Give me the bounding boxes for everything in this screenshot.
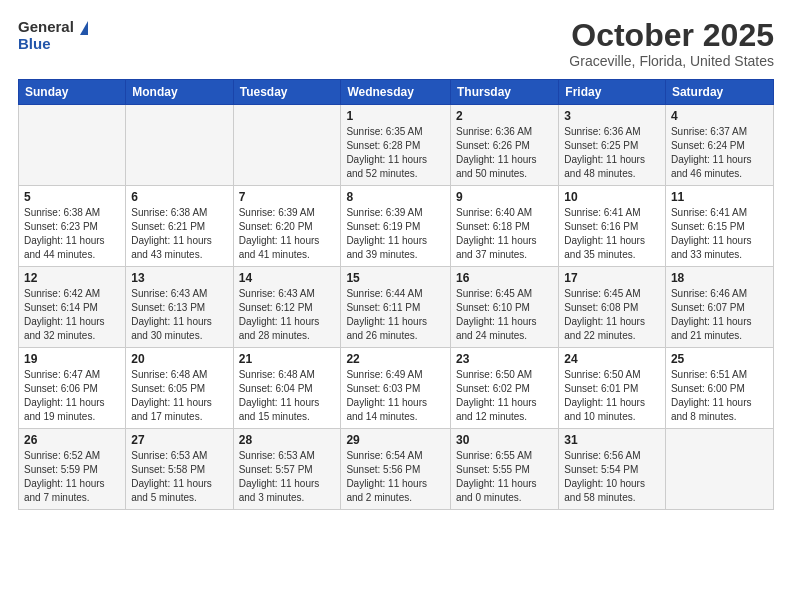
day-number: 24 <box>564 352 660 366</box>
day-info: Sunrise: 6:38 AM Sunset: 6:23 PM Dayligh… <box>24 206 120 262</box>
col-tuesday: Tuesday <box>233 80 341 105</box>
day-number: 9 <box>456 190 553 204</box>
calendar-cell: 26Sunrise: 6:52 AM Sunset: 5:59 PM Dayli… <box>19 429 126 510</box>
day-number: 23 <box>456 352 553 366</box>
calendar-cell: 16Sunrise: 6:45 AM Sunset: 6:10 PM Dayli… <box>450 267 558 348</box>
logo-blue-label: Blue <box>18 36 88 53</box>
calendar-cell: 12Sunrise: 6:42 AM Sunset: 6:14 PM Dayli… <box>19 267 126 348</box>
day-info: Sunrise: 6:49 AM Sunset: 6:03 PM Dayligh… <box>346 368 445 424</box>
col-saturday: Saturday <box>665 80 773 105</box>
day-info: Sunrise: 6:53 AM Sunset: 5:57 PM Dayligh… <box>239 449 336 505</box>
calendar-cell: 1Sunrise: 6:35 AM Sunset: 6:28 PM Daylig… <box>341 105 451 186</box>
calendar-cell: 8Sunrise: 6:39 AM Sunset: 6:19 PM Daylig… <box>341 186 451 267</box>
calendar-cell: 22Sunrise: 6:49 AM Sunset: 6:03 PM Dayli… <box>341 348 451 429</box>
header: General Blue October 2025 Graceville, Fl… <box>18 18 774 69</box>
day-number: 29 <box>346 433 445 447</box>
day-number: 30 <box>456 433 553 447</box>
day-number: 4 <box>671 109 768 123</box>
day-info: Sunrise: 6:39 AM Sunset: 6:19 PM Dayligh… <box>346 206 445 262</box>
calendar-cell: 23Sunrise: 6:50 AM Sunset: 6:02 PM Dayli… <box>450 348 558 429</box>
calendar-cell: 5Sunrise: 6:38 AM Sunset: 6:23 PM Daylig… <box>19 186 126 267</box>
day-number: 20 <box>131 352 227 366</box>
page: General Blue October 2025 Graceville, Fl… <box>0 0 792 612</box>
location-title: Graceville, Florida, United States <box>569 53 774 69</box>
day-info: Sunrise: 6:43 AM Sunset: 6:13 PM Dayligh… <box>131 287 227 343</box>
day-info: Sunrise: 6:41 AM Sunset: 6:15 PM Dayligh… <box>671 206 768 262</box>
calendar-cell: 6Sunrise: 6:38 AM Sunset: 6:21 PM Daylig… <box>126 186 233 267</box>
logo-general: General <box>18 18 88 36</box>
day-number: 25 <box>671 352 768 366</box>
calendar-cell: 4Sunrise: 6:37 AM Sunset: 6:24 PM Daylig… <box>665 105 773 186</box>
day-number: 27 <box>131 433 227 447</box>
calendar-week-row: 26Sunrise: 6:52 AM Sunset: 5:59 PM Dayli… <box>19 429 774 510</box>
calendar-table: Sunday Monday Tuesday Wednesday Thursday… <box>18 79 774 510</box>
calendar-cell <box>19 105 126 186</box>
day-info: Sunrise: 6:48 AM Sunset: 6:05 PM Dayligh… <box>131 368 227 424</box>
calendar-cell: 15Sunrise: 6:44 AM Sunset: 6:11 PM Dayli… <box>341 267 451 348</box>
day-info: Sunrise: 6:51 AM Sunset: 6:00 PM Dayligh… <box>671 368 768 424</box>
day-info: Sunrise: 6:41 AM Sunset: 6:16 PM Dayligh… <box>564 206 660 262</box>
day-info: Sunrise: 6:44 AM Sunset: 6:11 PM Dayligh… <box>346 287 445 343</box>
day-info: Sunrise: 6:55 AM Sunset: 5:55 PM Dayligh… <box>456 449 553 505</box>
calendar-cell: 31Sunrise: 6:56 AM Sunset: 5:54 PM Dayli… <box>559 429 666 510</box>
calendar-cell: 30Sunrise: 6:55 AM Sunset: 5:55 PM Dayli… <box>450 429 558 510</box>
calendar-cell: 18Sunrise: 6:46 AM Sunset: 6:07 PM Dayli… <box>665 267 773 348</box>
calendar-cell: 9Sunrise: 6:40 AM Sunset: 6:18 PM Daylig… <box>450 186 558 267</box>
calendar-cell <box>233 105 341 186</box>
col-monday: Monday <box>126 80 233 105</box>
logo: General Blue <box>18 18 88 52</box>
day-number: 18 <box>671 271 768 285</box>
day-number: 8 <box>346 190 445 204</box>
day-number: 10 <box>564 190 660 204</box>
calendar-cell: 25Sunrise: 6:51 AM Sunset: 6:00 PM Dayli… <box>665 348 773 429</box>
day-number: 22 <box>346 352 445 366</box>
day-info: Sunrise: 6:42 AM Sunset: 6:14 PM Dayligh… <box>24 287 120 343</box>
day-info: Sunrise: 6:36 AM Sunset: 6:26 PM Dayligh… <box>456 125 553 181</box>
calendar-cell: 28Sunrise: 6:53 AM Sunset: 5:57 PM Dayli… <box>233 429 341 510</box>
calendar-week-row: 12Sunrise: 6:42 AM Sunset: 6:14 PM Dayli… <box>19 267 774 348</box>
day-info: Sunrise: 6:40 AM Sunset: 6:18 PM Dayligh… <box>456 206 553 262</box>
day-info: Sunrise: 6:36 AM Sunset: 6:25 PM Dayligh… <box>564 125 660 181</box>
day-info: Sunrise: 6:50 AM Sunset: 6:02 PM Dayligh… <box>456 368 553 424</box>
calendar-cell: 7Sunrise: 6:39 AM Sunset: 6:20 PM Daylig… <box>233 186 341 267</box>
calendar-cell: 20Sunrise: 6:48 AM Sunset: 6:05 PM Dayli… <box>126 348 233 429</box>
day-info: Sunrise: 6:50 AM Sunset: 6:01 PM Dayligh… <box>564 368 660 424</box>
weekday-header-row: Sunday Monday Tuesday Wednesday Thursday… <box>19 80 774 105</box>
day-number: 28 <box>239 433 336 447</box>
day-number: 1 <box>346 109 445 123</box>
logo-general-label: General <box>18 18 74 35</box>
day-number: 3 <box>564 109 660 123</box>
day-number: 19 <box>24 352 120 366</box>
calendar-cell: 3Sunrise: 6:36 AM Sunset: 6:25 PM Daylig… <box>559 105 666 186</box>
day-number: 17 <box>564 271 660 285</box>
day-number: 16 <box>456 271 553 285</box>
day-info: Sunrise: 6:56 AM Sunset: 5:54 PM Dayligh… <box>564 449 660 505</box>
calendar-cell: 19Sunrise: 6:47 AM Sunset: 6:06 PM Dayli… <box>19 348 126 429</box>
calendar-cell: 27Sunrise: 6:53 AM Sunset: 5:58 PM Dayli… <box>126 429 233 510</box>
calendar-cell: 29Sunrise: 6:54 AM Sunset: 5:56 PM Dayli… <box>341 429 451 510</box>
calendar-week-row: 5Sunrise: 6:38 AM Sunset: 6:23 PM Daylig… <box>19 186 774 267</box>
calendar-cell: 24Sunrise: 6:50 AM Sunset: 6:01 PM Dayli… <box>559 348 666 429</box>
calendar-cell: 2Sunrise: 6:36 AM Sunset: 6:26 PM Daylig… <box>450 105 558 186</box>
day-info: Sunrise: 6:46 AM Sunset: 6:07 PM Dayligh… <box>671 287 768 343</box>
day-number: 13 <box>131 271 227 285</box>
calendar-cell: 21Sunrise: 6:48 AM Sunset: 6:04 PM Dayli… <box>233 348 341 429</box>
day-number: 15 <box>346 271 445 285</box>
day-number: 5 <box>24 190 120 204</box>
title-block: October 2025 Graceville, Florida, United… <box>569 18 774 69</box>
day-info: Sunrise: 6:35 AM Sunset: 6:28 PM Dayligh… <box>346 125 445 181</box>
day-info: Sunrise: 6:43 AM Sunset: 6:12 PM Dayligh… <box>239 287 336 343</box>
col-friday: Friday <box>559 80 666 105</box>
calendar-cell: 17Sunrise: 6:45 AM Sunset: 6:08 PM Dayli… <box>559 267 666 348</box>
day-number: 26 <box>24 433 120 447</box>
calendar-cell <box>126 105 233 186</box>
day-number: 31 <box>564 433 660 447</box>
col-wednesday: Wednesday <box>341 80 451 105</box>
day-info: Sunrise: 6:45 AM Sunset: 6:08 PM Dayligh… <box>564 287 660 343</box>
calendar-week-row: 1Sunrise: 6:35 AM Sunset: 6:28 PM Daylig… <box>19 105 774 186</box>
day-info: Sunrise: 6:45 AM Sunset: 6:10 PM Dayligh… <box>456 287 553 343</box>
day-info: Sunrise: 6:52 AM Sunset: 5:59 PM Dayligh… <box>24 449 120 505</box>
day-number: 21 <box>239 352 336 366</box>
calendar-cell: 14Sunrise: 6:43 AM Sunset: 6:12 PM Dayli… <box>233 267 341 348</box>
calendar-cell <box>665 429 773 510</box>
